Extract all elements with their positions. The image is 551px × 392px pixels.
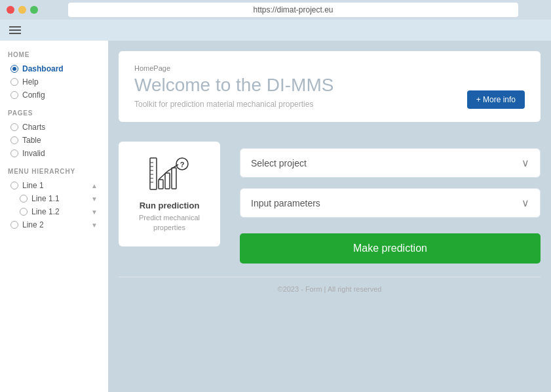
run-prediction-icon: ?	[147, 155, 193, 194]
browser-dot-yellow[interactable]	[18, 6, 26, 14]
sidebar-label-line1-2: Line 1.2	[31, 207, 87, 216]
sidebar-radio-line1-2	[20, 208, 28, 216]
address-bar[interactable]: https://dimat-project.eu	[68, 3, 518, 17]
sidebar-radio-config	[10, 91, 18, 99]
svg-text:?: ?	[180, 161, 184, 168]
sidebar-label-dashboard: Dashboard	[22, 64, 98, 73]
sidebar-label-help: Help	[22, 77, 98, 87]
app-layout: HOME Dashboard Help Config PAGES Charts …	[0, 41, 551, 392]
sidebar-item-line1-2[interactable]: Line 1.2 ▼	[8, 205, 100, 218]
sidebar-label-invalid: Invalid	[22, 149, 98, 158]
sidebar-item-line2[interactable]: Line 2 ▼	[8, 218, 100, 231]
sidebar-item-invalid[interactable]: Invalid	[8, 147, 100, 160]
welcome-card: HomePage Welcome to the DI-MMS Toolkit f…	[119, 51, 541, 122]
footer-text: ©2023 - Form | All right reserved	[278, 285, 382, 293]
sidebar-radio-table	[10, 136, 18, 144]
sidebar-label-line1: Line 1	[22, 181, 87, 190]
sidebar-item-line1[interactable]: Line 1 ▲	[8, 179, 100, 192]
browser-dot-red[interactable]	[7, 6, 14, 14]
page-label: HomePage	[134, 64, 525, 72]
controls-area: Select project ∨ Input parameters ∨ Make…	[240, 142, 541, 264]
sidebar-label-line2: Line 2	[22, 220, 87, 229]
sidebar-item-charts[interactable]: Charts	[8, 121, 100, 134]
input-parameters-arrow-icon: ∨	[522, 197, 529, 209]
hamburger-menu[interactable]	[9, 26, 21, 34]
sidebar-radio-line1-1	[20, 195, 28, 203]
input-parameters-dropdown[interactable]: Input parameters ∨	[240, 188, 541, 218]
sidebar-pages-heading: PAGES	[8, 109, 100, 117]
sidebar-label-config: Config	[22, 90, 98, 100]
run-prediction-card: ? Run prediction Predict mechanical prop…	[119, 142, 220, 246]
browser-chrome: https://dimat-project.eu	[0, 0, 551, 20]
svg-rect-9	[172, 168, 176, 189]
sidebar-home-heading: HOME	[8, 51, 100, 58]
sidebar-item-config[interactable]: Config	[8, 88, 100, 102]
more-info-button[interactable]: + More info	[467, 90, 525, 109]
sidebar-item-line1-1[interactable]: Line 1.1 ▼	[8, 192, 100, 205]
sidebar-radio-invalid	[10, 149, 18, 157]
browser-dot-green[interactable]	[30, 6, 38, 14]
sidebar-arrow-line1: ▲	[91, 182, 98, 189]
welcome-subtitle: Toolkit for prediction material mechanic…	[134, 100, 525, 109]
sidebar-arrow-line2: ▼	[91, 222, 98, 229]
select-project-label: Select project	[251, 158, 307, 168]
welcome-title: Welcome to the DI-MMS	[134, 75, 525, 96]
sidebar-label-line1-1: Line 1.1	[31, 194, 87, 203]
sidebar-label-table: Table	[22, 136, 98, 145]
sidebar-radio-help	[10, 78, 18, 86]
sidebar-item-dashboard[interactable]: Dashboard	[8, 62, 100, 75]
run-prediction-title: Run prediction	[132, 201, 207, 210]
select-project-arrow-icon: ∨	[522, 157, 529, 169]
svg-rect-7	[159, 180, 163, 189]
run-prediction-subtitle: Predict mechanical properties	[132, 213, 207, 233]
menu-bar	[0, 20, 551, 41]
sidebar-radio-line2	[10, 221, 18, 229]
sidebar-radio-charts	[10, 123, 18, 131]
svg-rect-8	[165, 173, 170, 189]
footer: ©2023 - Form | All right reserved	[119, 277, 541, 298]
sidebar-label-charts: Charts	[22, 123, 98, 132]
sidebar-radio-line1	[10, 182, 18, 189]
select-project-dropdown[interactable]: Select project ∨	[240, 148, 541, 178]
sidebar-item-table[interactable]: Table	[8, 134, 100, 147]
sidebar-radio-dashboard	[10, 65, 18, 73]
sidebar-arrow-line1-2: ▼	[91, 208, 98, 216]
prediction-area: ? Run prediction Predict mechanical prop…	[119, 135, 541, 270]
sidebar: HOME Dashboard Help Config PAGES Charts …	[0, 41, 108, 392]
main-content: HomePage Welcome to the DI-MMS Toolkit f…	[108, 41, 551, 392]
make-prediction-button[interactable]: Make prediction	[240, 233, 541, 264]
sidebar-menu-heading: MENU HIERARCHY	[8, 168, 100, 175]
input-parameters-label: Input parameters	[251, 198, 320, 208]
sidebar-item-help[interactable]: Help	[8, 75, 100, 88]
sidebar-arrow-line1-1: ▼	[91, 195, 98, 203]
